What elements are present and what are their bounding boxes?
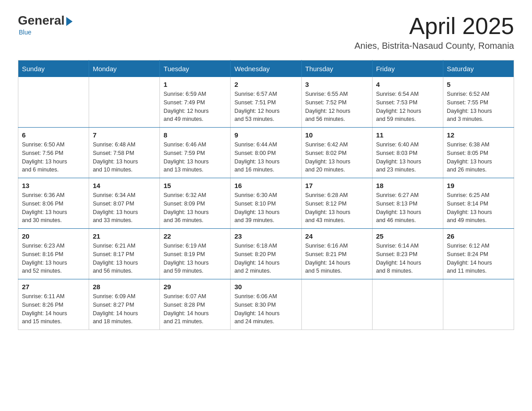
day-number: 25 [376,232,439,240]
day-number: 21 [93,232,156,240]
calendar-cell: 23Sunrise: 6:18 AM Sunset: 8:20 PM Dayli… [231,229,301,279]
calendar-cell: 8Sunrise: 6:46 AM Sunset: 7:59 PM Daylig… [160,128,231,178]
day-info: Sunrise: 6:23 AM Sunset: 8:16 PM Dayligh… [22,242,85,275]
day-info: Sunrise: 6:34 AM Sunset: 8:07 PM Dayligh… [93,191,156,225]
calendar-cell [18,77,89,128]
page-header: General Blue April 2025 Anies, Bistrita-… [18,13,514,51]
calendar-cell [301,279,372,330]
day-info: Sunrise: 6:42 AM Sunset: 8:02 PM Dayligh… [305,141,369,174]
day-number: 16 [234,182,297,189]
calendar-cell: 4Sunrise: 6:54 AM Sunset: 7:53 PM Daylig… [372,77,443,128]
calendar-week-row: 13Sunrise: 6:36 AM Sunset: 8:06 PM Dayli… [18,178,514,229]
day-info: Sunrise: 6:21 AM Sunset: 8:17 PM Dayligh… [93,242,156,275]
day-number: 27 [22,283,85,291]
calendar-week-row: 6Sunrise: 6:50 AM Sunset: 7:56 PM Daylig… [18,128,514,178]
day-info: Sunrise: 6:38 AM Sunset: 8:05 PM Dayligh… [447,141,510,174]
logo-subtitle: Blue [18,29,31,36]
calendar-week-row: 1Sunrise: 6:59 AM Sunset: 7:49 PM Daylig… [18,77,514,128]
day-number: 5 [447,81,510,88]
weekday-header-friday: Friday [372,60,443,77]
day-number: 1 [163,81,227,88]
day-info: Sunrise: 6:09 AM Sunset: 8:27 PM Dayligh… [93,292,156,326]
day-number: 23 [234,232,297,240]
calendar-cell: 11Sunrise: 6:40 AM Sunset: 8:03 PM Dayli… [372,128,443,178]
calendar-cell: 9Sunrise: 6:44 AM Sunset: 8:00 PM Daylig… [231,128,301,178]
day-number: 14 [93,182,156,189]
day-info: Sunrise: 6:36 AM Sunset: 8:06 PM Dayligh… [22,191,85,225]
day-info: Sunrise: 6:12 AM Sunset: 8:24 PM Dayligh… [447,242,510,275]
calendar-week-row: 27Sunrise: 6:11 AM Sunset: 8:26 PM Dayli… [18,279,514,330]
location-title: Anies, Bistrita-Nasaud County, Romania [355,41,514,51]
day-number: 26 [447,232,510,240]
calendar-cell: 21Sunrise: 6:21 AM Sunset: 8:17 PM Dayli… [89,229,160,279]
weekday-header-saturday: Saturday [443,60,514,77]
day-info: Sunrise: 6:16 AM Sunset: 8:21 PM Dayligh… [305,242,369,275]
weekday-header-monday: Monday [89,60,160,77]
day-info: Sunrise: 6:19 AM Sunset: 8:19 PM Dayligh… [163,242,227,275]
calendar-cell: 24Sunrise: 6:16 AM Sunset: 8:21 PM Dayli… [301,229,372,279]
calendar-header: SundayMondayTuesdayWednesdayThursdayFrid… [18,60,514,77]
day-number: 28 [93,283,156,291]
day-number: 7 [93,131,156,139]
weekday-header-sunday: Sunday [18,60,89,77]
calendar-cell: 2Sunrise: 6:57 AM Sunset: 7:51 PM Daylig… [231,77,301,128]
day-info: Sunrise: 6:18 AM Sunset: 8:20 PM Dayligh… [234,242,297,275]
day-info: Sunrise: 6:48 AM Sunset: 7:58 PM Dayligh… [93,141,156,174]
day-info: Sunrise: 6:06 AM Sunset: 8:30 PM Dayligh… [234,292,297,326]
weekday-header-tuesday: Tuesday [160,60,231,77]
day-info: Sunrise: 6:40 AM Sunset: 8:03 PM Dayligh… [376,141,439,174]
day-info: Sunrise: 6:55 AM Sunset: 7:52 PM Dayligh… [305,90,369,124]
calendar-cell: 13Sunrise: 6:36 AM Sunset: 8:06 PM Dayli… [18,178,89,229]
day-number: 6 [22,131,85,139]
day-info: Sunrise: 6:07 AM Sunset: 8:28 PM Dayligh… [163,292,227,326]
title-area: April 2025 Anies, Bistrita-Nasaud County… [355,13,514,51]
calendar-cell [443,279,514,330]
day-number: 2 [234,81,297,88]
weekday-header-wednesday: Wednesday [231,60,301,77]
day-number: 10 [305,131,369,139]
weekday-header-thursday: Thursday [301,60,372,77]
calendar-cell: 27Sunrise: 6:11 AM Sunset: 8:26 PM Dayli… [18,279,89,330]
calendar-cell: 28Sunrise: 6:09 AM Sunset: 8:27 PM Dayli… [89,279,160,330]
day-info: Sunrise: 6:57 AM Sunset: 7:51 PM Dayligh… [234,90,297,124]
calendar-cell: 6Sunrise: 6:50 AM Sunset: 7:56 PM Daylig… [18,128,89,178]
calendar-cell: 3Sunrise: 6:55 AM Sunset: 7:52 PM Daylig… [301,77,372,128]
calendar-table: SundayMondayTuesdayWednesdayThursdayFrid… [18,60,514,330]
day-number: 20 [22,232,85,240]
day-number: 13 [22,182,85,189]
calendar-body: 1Sunrise: 6:59 AM Sunset: 7:49 PM Daylig… [18,77,514,330]
day-number: 3 [305,81,369,88]
calendar-cell: 30Sunrise: 6:06 AM Sunset: 8:30 PM Dayli… [231,279,301,330]
calendar-cell: 14Sunrise: 6:34 AM Sunset: 8:07 PM Dayli… [89,178,160,229]
calendar-cell: 15Sunrise: 6:32 AM Sunset: 8:09 PM Dayli… [160,178,231,229]
day-number: 4 [376,81,439,88]
day-info: Sunrise: 6:52 AM Sunset: 7:55 PM Dayligh… [447,90,510,124]
month-title: April 2025 [355,13,514,39]
day-number: 11 [376,131,439,139]
calendar-cell: 26Sunrise: 6:12 AM Sunset: 8:24 PM Dayli… [443,229,514,279]
day-number: 18 [376,182,439,189]
day-number: 30 [234,283,297,291]
day-info: Sunrise: 6:50 AM Sunset: 7:56 PM Dayligh… [22,141,85,174]
day-number: 8 [163,131,227,139]
logo: General Blue [18,13,74,36]
day-info: Sunrise: 6:46 AM Sunset: 7:59 PM Dayligh… [163,141,227,174]
day-number: 19 [447,182,510,189]
calendar-week-row: 20Sunrise: 6:23 AM Sunset: 8:16 PM Dayli… [18,229,514,279]
calendar-cell: 29Sunrise: 6:07 AM Sunset: 8:28 PM Dayli… [160,279,231,330]
calendar-cell: 18Sunrise: 6:27 AM Sunset: 8:13 PM Dayli… [372,178,443,229]
calendar-cell: 1Sunrise: 6:59 AM Sunset: 7:49 PM Daylig… [160,77,231,128]
day-number: 17 [305,182,369,189]
day-number: 22 [163,232,227,240]
day-info: Sunrise: 6:59 AM Sunset: 7:49 PM Dayligh… [163,90,227,124]
calendar-cell: 20Sunrise: 6:23 AM Sunset: 8:16 PM Dayli… [18,229,89,279]
calendar-cell: 7Sunrise: 6:48 AM Sunset: 7:58 PM Daylig… [89,128,160,178]
day-number: 9 [234,131,297,139]
calendar-cell: 25Sunrise: 6:14 AM Sunset: 8:23 PM Dayli… [372,229,443,279]
day-number: 24 [305,232,369,240]
calendar-cell: 10Sunrise: 6:42 AM Sunset: 8:02 PM Dayli… [301,128,372,178]
day-info: Sunrise: 6:25 AM Sunset: 8:14 PM Dayligh… [447,191,510,225]
calendar-cell: 19Sunrise: 6:25 AM Sunset: 8:14 PM Dayli… [443,178,514,229]
weekday-header-row: SundayMondayTuesdayWednesdayThursdayFrid… [18,60,514,77]
calendar-cell: 5Sunrise: 6:52 AM Sunset: 7:55 PM Daylig… [443,77,514,128]
